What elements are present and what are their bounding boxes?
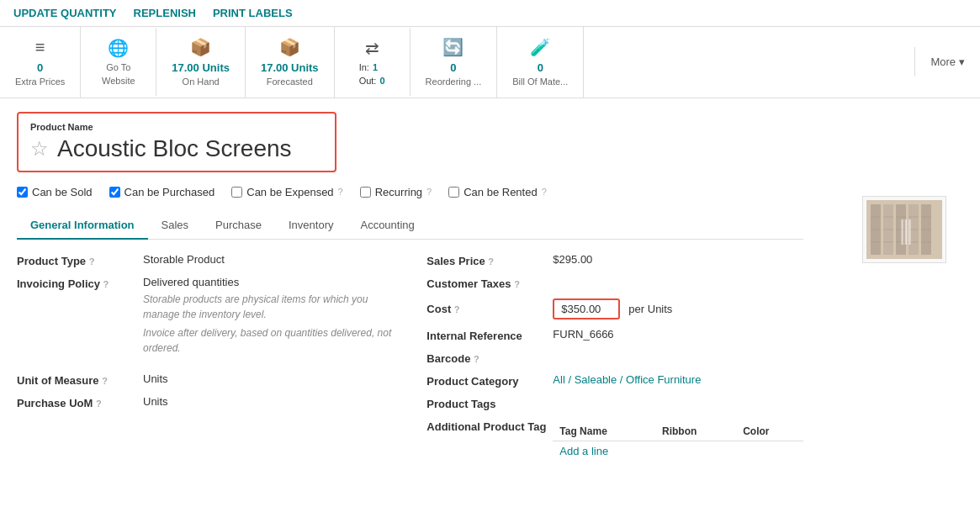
ribbon-header: Ribbon (655, 422, 736, 441)
invoicing-policy-value: Delivered quantities Storable products a… (143, 276, 393, 356)
product-title: Acoustic Bloc Screens (57, 135, 292, 162)
product-name-value: ☆ Acoustic Bloc Screens (30, 135, 323, 162)
tab-sales[interactable]: Sales (148, 212, 203, 240)
tab-accounting[interactable]: Accounting (347, 212, 427, 240)
purchase-uom-row: Purchase UoM ? Units (17, 395, 393, 409)
update-quantity-link[interactable]: UPDATE QUANTITY (13, 7, 117, 19)
barcode-help-icon: ? (474, 354, 479, 364)
recurring-checkbox[interactable]: Recurring ? (360, 186, 432, 198)
cost-unit: per Units (628, 303, 672, 315)
can-be-purchased-checkbox[interactable]: Can be Purchased (109, 186, 215, 198)
reorder-icon: 🔄 (442, 35, 464, 59)
uom-help-icon: ? (102, 376, 108, 386)
can-be-expensed-checkbox[interactable]: Can be Expensed ? (231, 186, 342, 198)
can-be-sold-checkbox[interactable]: Can be Sold (17, 186, 93, 198)
tab-general-information[interactable]: General Information (17, 212, 148, 240)
add-a-line-link[interactable]: Add a line (559, 445, 608, 457)
cost-help-icon: ? (454, 304, 460, 314)
boxes-icon: 📦 (190, 35, 211, 59)
smart-btn-forecasted[interactable]: 📦 17.00 Units Forecasted (246, 27, 335, 98)
main-content: Product Name ☆ Acoustic Bloc Screens Can… (0, 98, 980, 483)
sales-price-row: Sales Price ? $295.00 (426, 253, 803, 267)
rented-help-icon: ? (542, 187, 547, 197)
cost-row: Cost ? $350.00 per Units (426, 298, 803, 319)
barcode-row: Barcode ? (426, 351, 803, 365)
tab-inventory[interactable]: Inventory (275, 212, 347, 240)
form-left: Product Type ? Storable Product Invoicin… (17, 253, 393, 469)
sales-price-value[interactable]: $295.00 (553, 253, 803, 266)
list-icon: ≡ (35, 35, 45, 59)
additional-product-tag-row: Additional Product Tag Tag Name Ribbon C… (426, 419, 803, 461)
product-category-row: Product Category All / Saleable / Office… (426, 373, 803, 388)
additional-tag-table: Tag Name Ribbon Color Add a l (553, 422, 803, 461)
smart-btn-in-out[interactable]: ⇄ In: 1 Out: 0 (335, 28, 411, 96)
expensed-help-icon: ? (338, 187, 343, 197)
print-labels-link[interactable]: PRINT LABELS (213, 7, 293, 19)
form-body: Product Type ? Storable Product Invoicin… (17, 253, 803, 469)
invoicing-hint2: Invoice after delivery, based on quantit… (143, 325, 393, 356)
invoicing-policy-row: Invoicing Policy ? Delivered quantities … (17, 276, 393, 356)
sales-price-help-icon: ? (488, 256, 494, 267)
color-header: Color (736, 422, 803, 441)
internal-reference-row: Internal Reference FURN_6666 (426, 328, 803, 342)
smart-btn-bom[interactable]: 🧪 0 Bill Of Mate... (497, 27, 584, 98)
tab-purchase[interactable]: Purchase (202, 212, 275, 240)
smart-btn-reordering[interactable]: 🔄 0 Reordering ... (411, 27, 498, 98)
recurring-help-icon: ? (426, 187, 432, 197)
product-name-label: Product Name (30, 122, 323, 132)
transfer-icon: ⇄ (365, 36, 379, 60)
globe-icon: 🌐 (108, 36, 129, 60)
unit-of-measure-value[interactable]: Units (143, 372, 393, 385)
internal-reference-value[interactable]: FURN_6666 (553, 328, 803, 341)
tag-name-header: Tag Name (553, 422, 655, 441)
smart-btn-website[interactable]: 🌐 Go ToWebsite (81, 28, 156, 96)
bom-icon: 🧪 (530, 35, 551, 59)
unit-of-measure-row: Unit of Measure ? Units (17, 372, 393, 387)
product-category-link[interactable]: All / Saleable / Office Furniture (553, 373, 701, 386)
smart-buttons-bar: ≡ 0 Extra Prices 🌐 Go ToWebsite 📦 17.00 … (0, 27, 980, 98)
favorite-star-icon[interactable]: ☆ (30, 137, 49, 161)
smart-btn-on-hand[interactable]: 📦 17.00 Units On Hand (156, 27, 246, 98)
product-type-help-icon: ? (89, 256, 95, 267)
forecast-icon: 📦 (279, 35, 300, 59)
customer-taxes-row: Customer Taxes ? (426, 276, 803, 290)
product-type-value[interactable]: Storable Product (143, 253, 393, 266)
more-button[interactable]: More ▾ (914, 47, 980, 77)
chevron-down-icon: ▾ (959, 55, 965, 68)
can-be-rented-checkbox[interactable]: Can be Rented ? (448, 186, 547, 198)
invoicing-hint1: Storable products are physical items for… (143, 292, 393, 322)
product-name-section[interactable]: Product Name ☆ Acoustic Bloc Screens (17, 112, 336, 172)
purchase-uom-help-icon: ? (96, 399, 102, 409)
top-action-bar: UPDATE QUANTITY REPLENISH PRINT LABELS (0, 0, 980, 27)
checkboxes-row: Can be Sold Can be Purchased Can be Expe… (17, 186, 803, 198)
replenish-link[interactable]: REPLENISH (134, 7, 196, 19)
customer-taxes-help-icon: ? (514, 279, 520, 289)
invoicing-help-icon: ? (103, 279, 109, 289)
product-tags-row: Product Tags (426, 396, 803, 410)
form-right: Sales Price ? $295.00 Customer Taxes ? (426, 253, 803, 469)
cost-value[interactable]: $350.00 (553, 298, 620, 319)
tabs-bar: General Information Sales Purchase Inven… (17, 212, 803, 240)
product-image-placeholder (866, 200, 942, 259)
product-image (862, 196, 946, 263)
add-line-row: Add a line (553, 441, 803, 461)
smart-btn-extra-prices[interactable]: ≡ 0 Extra Prices (0, 27, 81, 98)
purchase-uom-value[interactable]: Units (143, 395, 393, 408)
product-type-row: Product Type ? Storable Product (17, 253, 393, 267)
